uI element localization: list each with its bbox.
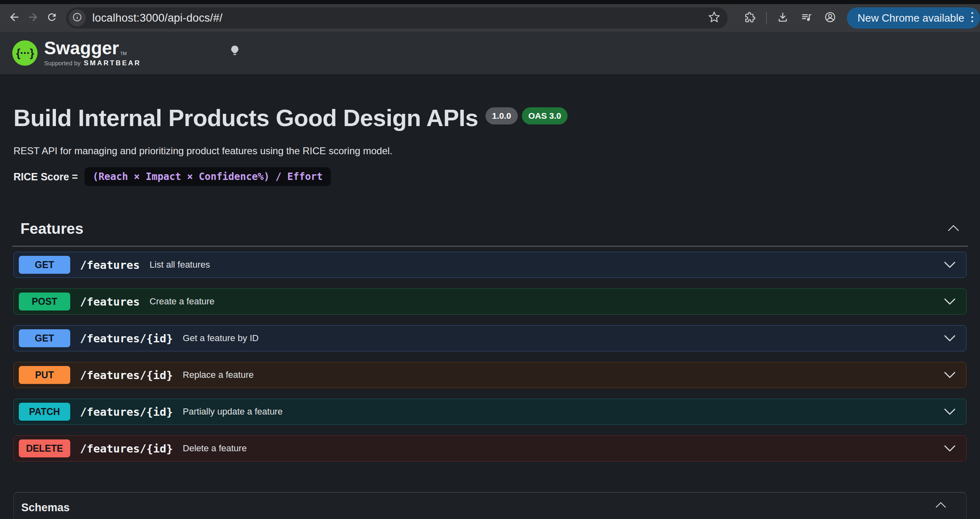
window-top-strip — [0, 0, 980, 4]
method-badge: DELETE — [19, 439, 70, 457]
endpoint-row[interactable]: GET /features List all features — [13, 252, 967, 278]
kebab-menu-icon[interactable] — [970, 10, 974, 26]
title-badges: 1.0.0 OAS 3.0 — [486, 107, 568, 124]
oas-badge: OAS 3.0 — [522, 107, 568, 124]
bookmark-star-icon[interactable] — [708, 11, 720, 25]
method-badge: PUT — [19, 366, 70, 384]
endpoint-summary: Replace a feature — [183, 370, 254, 380]
method-badge: PATCH — [19, 403, 70, 421]
swagger-brand-name: Swagger — [44, 39, 119, 57]
method-badge: POST — [19, 293, 70, 311]
version-badge: 1.0.0 — [486, 107, 518, 124]
endpoint-row[interactable]: DELETE /features/{id} Delete a feature — [13, 435, 967, 461]
endpoint-path: /features/{id} — [80, 369, 173, 381]
endpoint-summary: Partially update a feature — [183, 406, 283, 417]
features-section-title: Features — [20, 220, 83, 237]
chevron-up-icon[interactable] — [935, 501, 947, 510]
method-badge: GET — [19, 329, 70, 347]
rice-formula-code: (Reach × Impact × Confidence%) / Effort — [85, 167, 331, 186]
endpoint-row[interactable]: POST /features Create a feature — [13, 288, 967, 315]
site-info-button[interactable] — [69, 9, 86, 27]
api-docs-content: Build Internal Products Good Design APIs… — [0, 105, 980, 519]
download-icon — [777, 11, 788, 24]
media-controls-button[interactable] — [797, 9, 816, 27]
endpoint-summary: Get a feature by ID — [183, 333, 259, 344]
profile-icon — [824, 11, 836, 25]
swagger-brand-block: Swagger TM Supported by SMARTBEAR — [44, 39, 141, 67]
back-icon — [8, 11, 20, 25]
schemas-section-header[interactable]: Schemas — [13, 492, 967, 519]
chevron-down-icon[interactable] — [944, 262, 956, 268]
endpoint-path: /features — [80, 295, 140, 308]
lightbulb-icon — [229, 54, 241, 61]
refresh-button[interactable] — [42, 9, 61, 27]
chevron-down-icon[interactable] — [944, 335, 956, 342]
forward-arrow-icon — [27, 11, 39, 25]
endpoint-path: /features — [80, 259, 140, 271]
endpoint-path: /features/{id} — [80, 406, 173, 418]
endpoint-path: /features/{id} — [80, 442, 173, 455]
rice-formula-row: RICE Score = (Reach × Impact × Confidenc… — [13, 167, 967, 186]
chrome-update-button[interactable]: New Chrome available — [847, 7, 980, 29]
chevron-up-icon[interactable] — [947, 224, 960, 233]
downloads-button[interactable] — [773, 9, 792, 27]
toolbar-separator — [766, 12, 767, 24]
smartbear-wordmark: SMARTBEAR — [84, 59, 141, 67]
schemas-section-title: Schemas — [21, 501, 70, 514]
endpoint-summary: List all features — [149, 260, 210, 270]
features-section-header[interactable]: Features — [20, 220, 960, 237]
supported-by-label: Supported by — [44, 60, 80, 67]
chrome-update-label: New Chrome available — [858, 12, 964, 24]
forward-button[interactable] — [24, 9, 42, 27]
swagger-trademark: TM — [120, 51, 127, 56]
api-description: REST API for managing and prioritizing p… — [13, 145, 967, 157]
rice-formula-label: RICE Score = — [13, 171, 78, 183]
theme-toggle-button[interactable] — [229, 44, 241, 62]
extensions-icon — [744, 11, 756, 24]
endpoint-summary: Delete a feature — [183, 443, 247, 454]
endpoint-summary: Create a feature — [149, 296, 214, 307]
page-title: Build Internal Products Good Design APIs — [13, 105, 478, 131]
profile-button[interactable] — [821, 9, 840, 27]
browser-toolbar: localhost:3000/api-docs/#/ — [0, 4, 980, 32]
swagger-topbar: {···} Swagger TM Supported by SMARTBEAR — [0, 32, 980, 74]
endpoint-row[interactable]: PATCH /features/{id} Partially update a … — [13, 399, 967, 425]
chevron-down-icon[interactable] — [944, 298, 956, 305]
chevron-down-icon[interactable] — [944, 445, 956, 452]
swagger-logo: {···} — [12, 40, 38, 66]
api-info-section: Build Internal Products Good Design APIs… — [13, 105, 967, 186]
site-info-icon — [72, 12, 82, 24]
endpoint-path: /features/{id} — [80, 332, 173, 345]
method-badge: GET — [19, 256, 70, 274]
extensions-button[interactable] — [741, 9, 760, 27]
chevron-down-icon[interactable] — [944, 372, 956, 378]
url-text: localhost:3000/api-docs/#/ — [92, 12, 223, 24]
media-queue-icon — [801, 11, 812, 24]
chevron-down-icon[interactable] — [944, 408, 956, 415]
endpoints-list: GET /features List all features POST /fe… — [13, 252, 967, 461]
back-button[interactable] — [5, 9, 24, 27]
address-bar[interactable]: localhost:3000/api-docs/#/ — [66, 7, 728, 29]
section-divider — [12, 246, 968, 247]
toolbar-icon-group — [741, 9, 840, 27]
refresh-icon — [46, 11, 58, 24]
endpoint-row[interactable]: PUT /features/{id} Replace a feature — [13, 362, 967, 388]
endpoint-row[interactable]: GET /features/{id} Get a feature by ID — [13, 325, 967, 351]
